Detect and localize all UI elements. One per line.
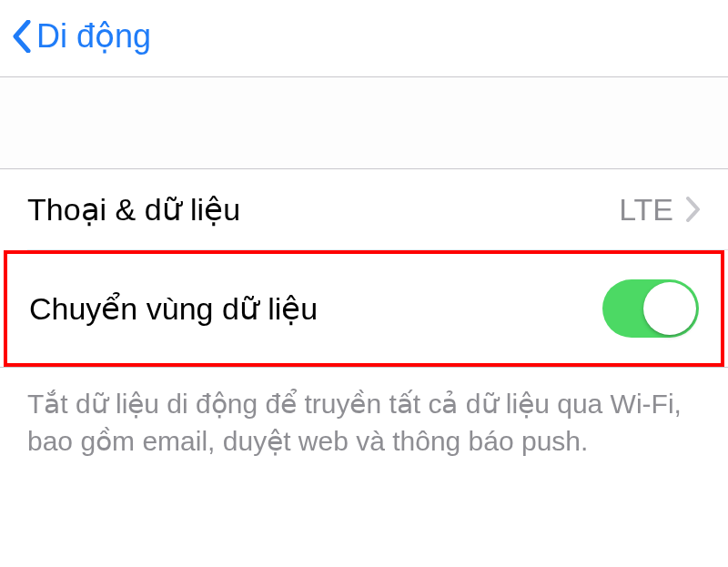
back-button-label[interactable]: Di động xyxy=(36,17,151,56)
toggle-knob xyxy=(643,282,696,335)
row-data-roaming: Chuyển vùng dữ liệu xyxy=(7,254,721,363)
row-voice-data[interactable]: Thoại & dữ liệu LTE xyxy=(0,169,728,249)
row-value-wrap: LTE xyxy=(619,192,701,228)
back-chevron-icon[interactable] xyxy=(9,16,35,56)
row-label: Thoại & dữ liệu xyxy=(27,191,240,228)
section-gap xyxy=(0,77,728,168)
footer-description: Tắt dữ liệu di động để truyền tất cả dữ … xyxy=(0,368,728,469)
chevron-right-icon xyxy=(686,197,701,222)
nav-header: Di động xyxy=(0,0,728,76)
highlight-box: Chuyển vùng dữ liệu xyxy=(4,250,724,367)
row-value: LTE xyxy=(619,192,673,228)
data-roaming-toggle[interactable] xyxy=(602,279,699,338)
row-label: Chuyển vùng dữ liệu xyxy=(29,290,318,327)
